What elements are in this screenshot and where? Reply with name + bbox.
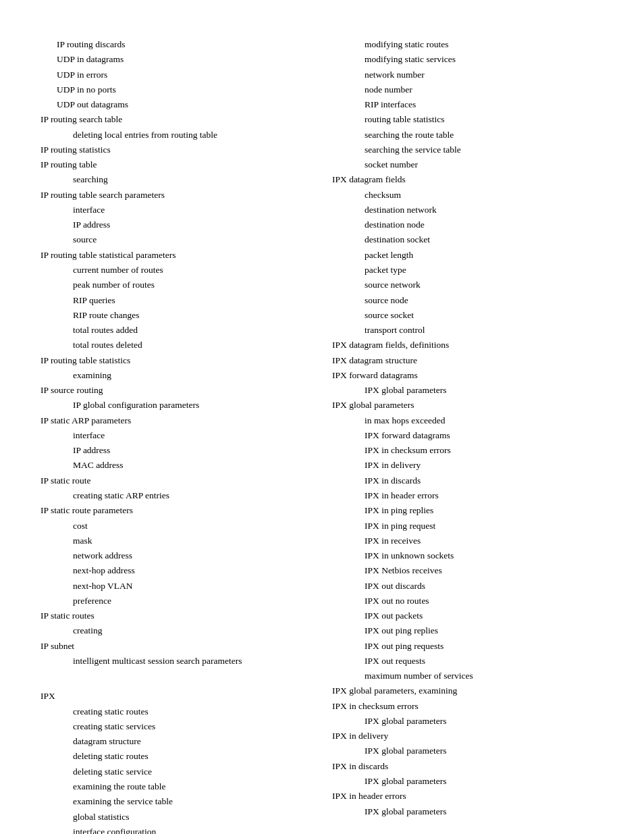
index-entry: modifying static services [332,52,603,67]
index-entry: IPX global parameters [332,398,603,413]
index-entry: IPX global parameters [332,714,603,729]
index-entry: transport control [332,323,603,338]
index-entry: source node [332,293,603,308]
index-entry: current number of routes [41,263,312,278]
index-entry: IP routing table search parameters [41,188,312,203]
index-entry: IPX global parameters, examining [332,683,603,698]
left-column: IP routing discardsUDP in datagramsUDP i… [41,37,325,834]
index-entry: UDP out datagrams [41,97,312,112]
index-entry: modifying static routes [332,37,603,52]
index-entry: IPX [41,689,312,704]
index-entry: peak number of routes [41,278,312,292]
index-entry: maximum number of services [332,669,603,683]
index-entry: preference [41,594,312,608]
index-entry: deleting local entries from routing tabl… [41,128,312,142]
index-entry: IPX forward datagrams [332,428,603,443]
index-entry: total routes deleted [41,338,312,353]
index-entry: IP static route [41,473,312,488]
index-entry: IP address [41,217,312,232]
index-entry: IPX datagram fields, definitions [332,338,603,353]
index-entry: source [41,232,312,247]
index-entry: IPX Netbios receives [332,563,603,578]
index-entry: IPX in discards [332,473,603,488]
index-entry: next-hop VLAN [41,579,312,594]
index-entry: node number [332,82,603,97]
index-entry: IPX global parameters [332,804,603,819]
index-entry: cost [41,519,312,533]
index-entry: RIP route changes [41,308,312,323]
index-entry: IP static route parameters [41,503,312,518]
index-entry: IPX in receives [332,533,603,548]
index-entry: IPX out requests [332,654,603,669]
index-entry: IPX out ping requests [332,639,603,654]
index-entry: interface configuration [41,825,312,834]
index-entry: IP global configuration parameters [41,398,312,413]
index-entry: IP source routing [41,383,312,398]
index-entry: destination socket [332,232,603,247]
index-entry: IPX in checksum errors [332,699,603,714]
index-entry: deleting static service [41,764,312,779]
index-entry: IP routing discards [41,37,312,52]
index-entry: packet length [332,248,603,263]
index-entry: creating static services [41,719,312,734]
index-entry: IP routing search table [41,112,312,127]
index-entry: IPX out discards [332,579,603,594]
index-entry: IPX forward datagrams [332,368,603,383]
index-entry: IPX in header errors [332,488,603,503]
index-entry: examining [41,368,312,383]
index-entry: IPX in unknown sockets [332,548,603,563]
index-entry: IP routing table statistics [41,353,312,368]
index-entry: IPX in delivery [332,729,603,744]
index-entry: total routes added [41,323,312,338]
index-entry: IPX global parameters [332,744,603,758]
index-entry: UDP in errors [41,68,312,82]
index-entry: RIP queries [41,293,312,308]
index-entry: IPX in checksum errors [332,443,603,458]
index-entry: network address [41,548,312,563]
page: IP routing discardsUDP in datagramsUDP i… [0,0,644,834]
index-entry: UDP in no ports [41,82,312,97]
index-entry: interface [41,203,312,217]
index-entry: deleting static routes [41,749,312,764]
index-entry: mask [41,533,312,548]
index-entry: IPX out no routes [332,594,603,608]
index-entry: IP routing table [41,157,312,172]
index-entry: UDP in datagrams [41,52,312,67]
right-column: modifying static routesmodifying static … [325,37,603,834]
index-entry: packet type [332,263,603,278]
index-entry: destination network [332,203,603,217]
index-entry: MAC address [41,458,312,473]
index-entry: IPX global parameters [332,383,603,398]
index-entry: destination node [332,217,603,232]
index-entry: RIP interfaces [332,97,603,112]
index-entry: source socket [332,308,603,323]
index-entry: IP static ARP parameters [41,413,312,428]
index-entry: IPX in discards [332,759,603,774]
index-entry: network number [332,68,603,82]
index-entry: IP routing table statistical parameters [41,248,312,263]
index-entry: IP address [41,443,312,458]
index-entry: IP static routes [41,608,312,623]
index-entry: searching the service table [332,142,603,157]
index-entry: checksum [332,188,603,203]
index-entry: routing table statistics [332,112,603,127]
index-entry: datagram structure [41,734,312,749]
index-entry: next-hop address [41,563,312,578]
index-entry: IPX in header errors [332,789,603,804]
index-entry: IPX datagram structure [332,353,603,368]
index-entry: IPX in ping request [332,519,603,533]
index-entry: creating static routes [41,704,312,719]
index-entry: IPX in ping replies [332,503,603,518]
index-entry [41,674,312,689]
index-entry: IP subnet [41,639,312,654]
index-entry: in max hops exceeded [332,413,603,428]
index-entry: IP routing statistics [41,142,312,157]
index-entry: IPX out packets [332,608,603,623]
index-entry: IPX in delivery [332,458,603,473]
index-entry: examining the route table [41,779,312,794]
index-entry: socket number [332,157,603,172]
index-entry: intelligent multicast session search par… [41,654,312,669]
index-entry: searching the route table [332,128,603,142]
index-entry: searching [41,172,312,187]
index-entry: IPX datagram fields [332,172,603,187]
